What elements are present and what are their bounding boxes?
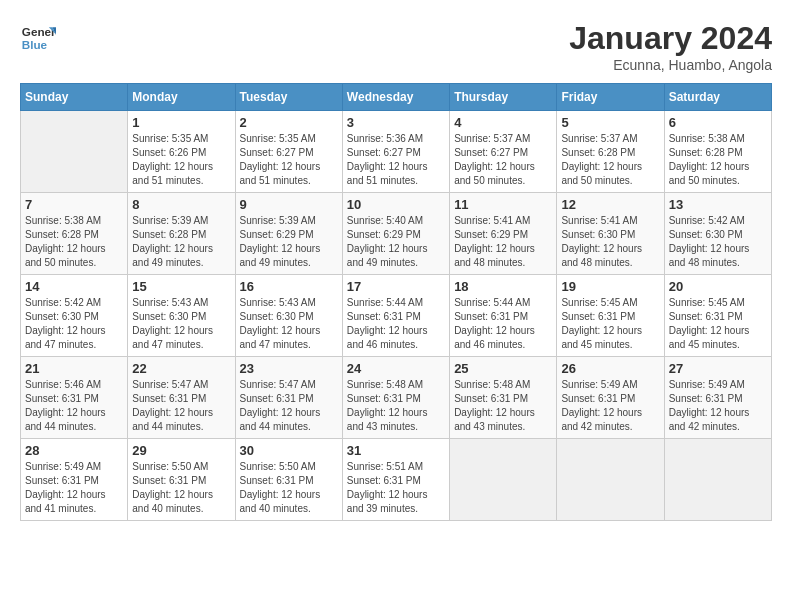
calendar-day-cell: 20Sunrise: 5:45 AMSunset: 6:31 PMDayligh…	[664, 275, 771, 357]
calendar-day-cell: 1Sunrise: 5:35 AMSunset: 6:26 PMDaylight…	[128, 111, 235, 193]
logo: General Blue	[20, 20, 56, 56]
day-of-week-header: Wednesday	[342, 84, 449, 111]
day-info: Sunrise: 5:38 AMSunset: 6:28 PMDaylight:…	[669, 132, 767, 188]
month-title: January 2024	[569, 20, 772, 57]
calendar-day-cell: 10Sunrise: 5:40 AMSunset: 6:29 PMDayligh…	[342, 193, 449, 275]
day-number: 25	[454, 361, 552, 376]
day-info: Sunrise: 5:50 AMSunset: 6:31 PMDaylight:…	[132, 460, 230, 516]
calendar-week-row: 14Sunrise: 5:42 AMSunset: 6:30 PMDayligh…	[21, 275, 772, 357]
calendar-week-row: 28Sunrise: 5:49 AMSunset: 6:31 PMDayligh…	[21, 439, 772, 521]
day-info: Sunrise: 5:42 AMSunset: 6:30 PMDaylight:…	[669, 214, 767, 270]
day-info: Sunrise: 5:37 AMSunset: 6:28 PMDaylight:…	[561, 132, 659, 188]
day-number: 3	[347, 115, 445, 130]
day-info: Sunrise: 5:36 AMSunset: 6:27 PMDaylight:…	[347, 132, 445, 188]
day-number: 22	[132, 361, 230, 376]
calendar-day-cell: 8Sunrise: 5:39 AMSunset: 6:28 PMDaylight…	[128, 193, 235, 275]
calendar-day-cell: 14Sunrise: 5:42 AMSunset: 6:30 PMDayligh…	[21, 275, 128, 357]
day-info: Sunrise: 5:46 AMSunset: 6:31 PMDaylight:…	[25, 378, 123, 434]
calendar-day-cell: 18Sunrise: 5:44 AMSunset: 6:31 PMDayligh…	[450, 275, 557, 357]
day-info: Sunrise: 5:44 AMSunset: 6:31 PMDaylight:…	[454, 296, 552, 352]
day-number: 12	[561, 197, 659, 212]
svg-text:General: General	[22, 25, 56, 38]
day-number: 5	[561, 115, 659, 130]
calendar-day-cell: 2Sunrise: 5:35 AMSunset: 6:27 PMDaylight…	[235, 111, 342, 193]
calendar-day-cell: 30Sunrise: 5:50 AMSunset: 6:31 PMDayligh…	[235, 439, 342, 521]
calendar-day-cell: 31Sunrise: 5:51 AMSunset: 6:31 PMDayligh…	[342, 439, 449, 521]
day-info: Sunrise: 5:45 AMSunset: 6:31 PMDaylight:…	[561, 296, 659, 352]
day-number: 20	[669, 279, 767, 294]
day-of-week-header: Saturday	[664, 84, 771, 111]
svg-text:Blue: Blue	[22, 38, 48, 51]
day-info: Sunrise: 5:44 AMSunset: 6:31 PMDaylight:…	[347, 296, 445, 352]
day-info: Sunrise: 5:42 AMSunset: 6:30 PMDaylight:…	[25, 296, 123, 352]
calendar-day-cell: 15Sunrise: 5:43 AMSunset: 6:30 PMDayligh…	[128, 275, 235, 357]
day-number: 27	[669, 361, 767, 376]
day-info: Sunrise: 5:49 AMSunset: 6:31 PMDaylight:…	[669, 378, 767, 434]
calendar-table: SundayMondayTuesdayWednesdayThursdayFrid…	[20, 83, 772, 521]
calendar-week-row: 1Sunrise: 5:35 AMSunset: 6:26 PMDaylight…	[21, 111, 772, 193]
day-info: Sunrise: 5:45 AMSunset: 6:31 PMDaylight:…	[669, 296, 767, 352]
day-info: Sunrise: 5:41 AMSunset: 6:30 PMDaylight:…	[561, 214, 659, 270]
day-number: 4	[454, 115, 552, 130]
day-number: 14	[25, 279, 123, 294]
calendar-day-cell: 17Sunrise: 5:44 AMSunset: 6:31 PMDayligh…	[342, 275, 449, 357]
day-number: 26	[561, 361, 659, 376]
calendar-day-cell: 12Sunrise: 5:41 AMSunset: 6:30 PMDayligh…	[557, 193, 664, 275]
day-number: 17	[347, 279, 445, 294]
calendar-day-cell: 7Sunrise: 5:38 AMSunset: 6:28 PMDaylight…	[21, 193, 128, 275]
day-number: 10	[347, 197, 445, 212]
day-info: Sunrise: 5:48 AMSunset: 6:31 PMDaylight:…	[454, 378, 552, 434]
day-info: Sunrise: 5:49 AMSunset: 6:31 PMDaylight:…	[561, 378, 659, 434]
page-header: General Blue January 2024 Ecunna, Huambo…	[20, 20, 772, 73]
day-number: 19	[561, 279, 659, 294]
day-info: Sunrise: 5:49 AMSunset: 6:31 PMDaylight:…	[25, 460, 123, 516]
day-number: 21	[25, 361, 123, 376]
day-info: Sunrise: 5:41 AMSunset: 6:29 PMDaylight:…	[454, 214, 552, 270]
day-info: Sunrise: 5:51 AMSunset: 6:31 PMDaylight:…	[347, 460, 445, 516]
calendar-day-cell: 16Sunrise: 5:43 AMSunset: 6:30 PMDayligh…	[235, 275, 342, 357]
header-row: SundayMondayTuesdayWednesdayThursdayFrid…	[21, 84, 772, 111]
day-info: Sunrise: 5:37 AMSunset: 6:27 PMDaylight:…	[454, 132, 552, 188]
day-number: 24	[347, 361, 445, 376]
calendar-day-cell: 25Sunrise: 5:48 AMSunset: 6:31 PMDayligh…	[450, 357, 557, 439]
day-info: Sunrise: 5:50 AMSunset: 6:31 PMDaylight:…	[240, 460, 338, 516]
calendar-day-cell: 29Sunrise: 5:50 AMSunset: 6:31 PMDayligh…	[128, 439, 235, 521]
calendar-day-cell: 19Sunrise: 5:45 AMSunset: 6:31 PMDayligh…	[557, 275, 664, 357]
calendar-day-cell: 26Sunrise: 5:49 AMSunset: 6:31 PMDayligh…	[557, 357, 664, 439]
day-info: Sunrise: 5:48 AMSunset: 6:31 PMDaylight:…	[347, 378, 445, 434]
calendar-day-cell: 23Sunrise: 5:47 AMSunset: 6:31 PMDayligh…	[235, 357, 342, 439]
calendar-day-cell: 6Sunrise: 5:38 AMSunset: 6:28 PMDaylight…	[664, 111, 771, 193]
day-number: 6	[669, 115, 767, 130]
calendar-day-cell	[664, 439, 771, 521]
calendar-week-row: 21Sunrise: 5:46 AMSunset: 6:31 PMDayligh…	[21, 357, 772, 439]
day-of-week-header: Monday	[128, 84, 235, 111]
day-of-week-header: Thursday	[450, 84, 557, 111]
day-number: 28	[25, 443, 123, 458]
day-number: 9	[240, 197, 338, 212]
day-info: Sunrise: 5:35 AMSunset: 6:26 PMDaylight:…	[132, 132, 230, 188]
calendar-day-cell: 3Sunrise: 5:36 AMSunset: 6:27 PMDaylight…	[342, 111, 449, 193]
day-of-week-header: Friday	[557, 84, 664, 111]
day-of-week-header: Sunday	[21, 84, 128, 111]
day-number: 15	[132, 279, 230, 294]
calendar-day-cell: 24Sunrise: 5:48 AMSunset: 6:31 PMDayligh…	[342, 357, 449, 439]
day-number: 13	[669, 197, 767, 212]
calendar-day-cell: 11Sunrise: 5:41 AMSunset: 6:29 PMDayligh…	[450, 193, 557, 275]
calendar-day-cell: 28Sunrise: 5:49 AMSunset: 6:31 PMDayligh…	[21, 439, 128, 521]
logo-icon: General Blue	[20, 20, 56, 56]
calendar-day-cell	[21, 111, 128, 193]
calendar-day-cell: 9Sunrise: 5:39 AMSunset: 6:29 PMDaylight…	[235, 193, 342, 275]
day-info: Sunrise: 5:38 AMSunset: 6:28 PMDaylight:…	[25, 214, 123, 270]
day-of-week-header: Tuesday	[235, 84, 342, 111]
day-number: 7	[25, 197, 123, 212]
day-number: 30	[240, 443, 338, 458]
day-info: Sunrise: 5:47 AMSunset: 6:31 PMDaylight:…	[240, 378, 338, 434]
calendar-week-row: 7Sunrise: 5:38 AMSunset: 6:28 PMDaylight…	[21, 193, 772, 275]
day-number: 11	[454, 197, 552, 212]
day-info: Sunrise: 5:39 AMSunset: 6:29 PMDaylight:…	[240, 214, 338, 270]
day-info: Sunrise: 5:39 AMSunset: 6:28 PMDaylight:…	[132, 214, 230, 270]
day-number: 31	[347, 443, 445, 458]
day-info: Sunrise: 5:40 AMSunset: 6:29 PMDaylight:…	[347, 214, 445, 270]
day-number: 8	[132, 197, 230, 212]
day-number: 29	[132, 443, 230, 458]
